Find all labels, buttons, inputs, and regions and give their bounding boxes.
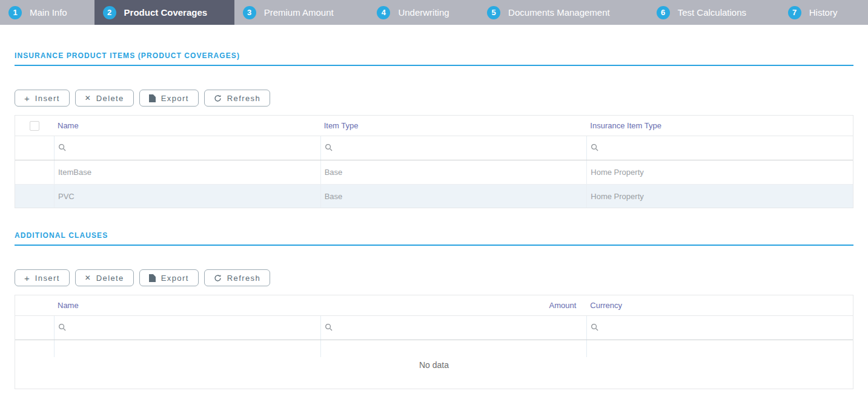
section-title-product-items: INSURANCE PRODUCT ITEMS (PRODUCT COVERAG… [15, 51, 853, 66]
tab-number-badge: 6 [657, 6, 670, 19]
column-header-currency[interactable]: Currency [586, 301, 853, 310]
table-header-row: Name Amount Currency [15, 295, 853, 316]
refresh-button[interactable]: Refresh [204, 269, 270, 286]
refresh-icon [214, 274, 222, 282]
tab-label: History [809, 7, 838, 18]
tab-label: Product Coverages [124, 7, 208, 18]
additional-clauses-toolbar: + Insert ✕ Delete Export Refresh [15, 269, 853, 286]
tab-main-info[interactable]: 1 Main Info [0, 0, 94, 25]
tab-number-badge: 5 [487, 6, 500, 19]
tab-label: Main Info [30, 7, 67, 18]
tab-product-coverages[interactable]: 2 Product Coverages [94, 0, 234, 25]
search-icon [58, 143, 66, 154]
tab-label: Test Calculations [678, 7, 746, 18]
search-icon [591, 323, 598, 334]
cell-insurance-item-type: Home Property [586, 185, 853, 208]
cell-item-type: Base [320, 160, 587, 184]
file-icon [149, 274, 156, 282]
tab-number-badge: 7 [788, 6, 801, 19]
delete-button-label: Delete [96, 94, 124, 103]
empty-table-columns [15, 340, 853, 357]
cell-item-type: Base [320, 185, 587, 208]
cell-name: PVC [54, 185, 320, 208]
product-items-toolbar: + Insert ✕ Delete Export Refresh [15, 90, 853, 107]
tab-label: Documents Management [508, 7, 610, 18]
column-header-name[interactable]: Name [54, 301, 320, 310]
x-icon: ✕ [85, 94, 91, 102]
insert-button-label: Insert [35, 94, 60, 103]
currency-filter-input[interactable] [603, 323, 853, 332]
tab-number-badge: 2 [103, 6, 116, 19]
column-header-name[interactable]: Name [54, 121, 320, 130]
tab-test-calculations[interactable]: 6 Test Calculations [648, 0, 780, 25]
tab-label: Underwriting [398, 7, 449, 18]
tab-premium-amount[interactable]: 3 Premium Amount [234, 0, 369, 25]
item-type-filter-input[interactable] [337, 143, 587, 153]
cell-name: ItemBase [54, 160, 320, 184]
x-icon: ✕ [85, 274, 91, 281]
insert-button[interactable]: + Insert [15, 269, 70, 286]
additional-clauses-table: Name Amount Currency No data [15, 295, 853, 389]
refresh-button[interactable]: Refresh [204, 90, 270, 107]
table-row[interactable]: ItemBase Base Home Property [15, 160, 853, 184]
delete-button[interactable]: ✕ Delete [75, 269, 134, 286]
name-filter-input[interactable] [70, 323, 320, 332]
amount-filter-input[interactable] [337, 323, 587, 332]
select-all-checkbox[interactable] [30, 121, 39, 131]
refresh-button-label: Refresh [227, 94, 260, 103]
export-button-label: Export [161, 94, 189, 103]
export-button[interactable]: Export [139, 90, 199, 107]
product-items-table: Name Item Type Insurance Item Type ItemB… [15, 115, 853, 208]
file-icon [149, 94, 156, 102]
table-header-row: Name Item Type Insurance Item Type [15, 116, 853, 136]
column-header-amount[interactable]: Amount [320, 301, 587, 310]
tab-label: Premium Amount [264, 7, 334, 18]
refresh-icon [214, 94, 222, 102]
export-button-label: Export [161, 274, 189, 283]
filter-row [15, 316, 853, 340]
column-header-item-type[interactable]: Item Type [320, 121, 587, 130]
no-data-message: No data [15, 357, 853, 389]
plus-icon: + [24, 94, 30, 103]
search-icon [58, 323, 66, 334]
delete-button-label: Delete [96, 274, 124, 283]
table-row[interactable]: PVC Base Home Property [15, 184, 853, 208]
tab-history[interactable]: 7 History [780, 0, 868, 25]
plus-icon: + [24, 274, 30, 283]
insert-button[interactable]: + Insert [15, 90, 70, 107]
tab-number-badge: 1 [8, 6, 22, 19]
export-button[interactable]: Export [139, 269, 199, 286]
insurance-item-type-filter-input[interactable] [603, 143, 853, 153]
search-icon [591, 143, 598, 154]
name-filter-input[interactable] [70, 143, 320, 153]
tab-underwriting[interactable]: 4 Underwriting [368, 0, 479, 25]
search-icon [325, 323, 333, 334]
filter-row [15, 136, 853, 160]
tab-number-badge: 4 [377, 6, 390, 19]
tab-documents-management[interactable]: 5 Documents Management [479, 0, 648, 25]
cell-insurance-item-type: Home Property [586, 160, 853, 184]
column-header-insurance-item-type[interactable]: Insurance Item Type [586, 121, 853, 130]
section-title-additional-clauses: ADDITIONAL CLAUSES [15, 231, 853, 246]
search-icon [325, 143, 333, 154]
wizard-tab-bar: 1 Main Info 2 Product Coverages 3 Premiu… [0, 0, 868, 25]
refresh-button-label: Refresh [227, 274, 260, 283]
insert-button-label: Insert [35, 274, 60, 283]
tab-number-badge: 3 [243, 6, 256, 19]
delete-button[interactable]: ✕ Delete [75, 90, 134, 107]
